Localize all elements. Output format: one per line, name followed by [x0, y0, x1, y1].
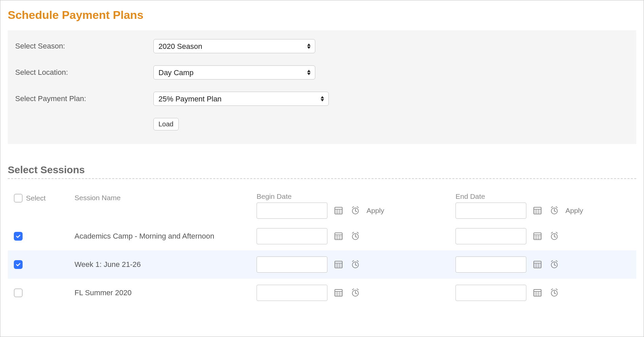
season-select[interactable]: 2020 Season	[153, 39, 315, 53]
clock-icon[interactable]	[350, 259, 361, 270]
row-end-date-controls	[456, 256, 644, 273]
header-end-date-input[interactable]	[456, 203, 526, 219]
calendar-icon[interactable]	[333, 259, 344, 270]
header-begin-date-label: Begin Date	[257, 192, 456, 201]
header-begin-date-input[interactable]	[257, 203, 327, 219]
clock-icon[interactable]	[350, 287, 361, 299]
header-select-label: Select	[26, 194, 46, 202]
svg-line-74	[355, 293, 357, 294]
svg-line-32	[357, 232, 358, 233]
header-end-date-col: End Date Apply	[456, 192, 644, 219]
header-begin-date-col: Begin Date Apply	[257, 192, 456, 219]
calendar-icon[interactable]	[333, 205, 344, 216]
clock-icon[interactable]	[549, 259, 560, 270]
calendar-icon[interactable]	[532, 259, 543, 270]
apply-end-date-link[interactable]: Apply	[565, 207, 583, 215]
calendar-icon[interactable]	[532, 205, 543, 216]
page-title: Schedule Payment Plans	[8, 8, 636, 22]
svg-line-41	[554, 237, 556, 237]
svg-line-87	[556, 289, 557, 290]
sessions-header-row: Select Session Name Begin Date Apply End	[8, 189, 636, 222]
svg-line-9	[352, 207, 354, 208]
svg-line-20	[551, 207, 553, 208]
plan-select-wrap: 25% Payment Plan	[153, 92, 329, 106]
svg-line-75	[352, 289, 354, 290]
svg-line-52	[355, 265, 357, 266]
row-end-date-controls	[456, 228, 644, 244]
svg-line-85	[554, 293, 556, 294]
svg-line-42	[551, 232, 553, 233]
select-sessions-title: Select Sessions	[8, 164, 636, 176]
row-end-date-input[interactable]	[456, 256, 526, 273]
row-begin-date-input[interactable]	[257, 228, 327, 244]
svg-line-86	[551, 289, 553, 290]
clock-icon[interactable]	[549, 205, 560, 216]
row-end-date-input[interactable]	[456, 228, 526, 244]
svg-line-53	[352, 261, 354, 262]
svg-line-31	[352, 232, 354, 233]
row-checkbox[interactable]	[14, 260, 23, 269]
load-button[interactable]: Load	[153, 118, 179, 130]
plan-label: Select Payment Plan:	[15, 94, 153, 103]
location-select[interactable]: Day Camp	[153, 65, 315, 80]
calendar-icon[interactable]	[333, 231, 344, 242]
svg-rect-66	[335, 289, 342, 296]
row-begin-date-controls	[257, 228, 456, 244]
svg-line-19	[554, 211, 556, 212]
apply-begin-date-link[interactable]: Apply	[367, 207, 384, 215]
svg-line-10	[357, 207, 358, 208]
row-session-name: Week 1: June 21-26	[75, 260, 257, 269]
filters-panel: Select Season: 2020 Season Select Locati…	[8, 30, 636, 144]
clock-icon[interactable]	[549, 231, 560, 242]
calendar-icon[interactable]	[532, 231, 543, 242]
row-end-date-controls	[456, 285, 644, 301]
row-checkbox[interactable]	[14, 232, 23, 241]
filter-row-plan: Select Payment Plan: 25% Payment Plan	[15, 92, 629, 106]
calendar-icon[interactable]	[532, 287, 543, 299]
season-select-wrap: 2020 Season	[153, 39, 315, 53]
sessions-table: Select Session Name Begin Date Apply End	[8, 189, 636, 307]
row-begin-date-input[interactable]	[257, 256, 327, 273]
header-end-date-controls: Apply	[456, 203, 644, 219]
season-label: Select Season:	[15, 42, 153, 51]
location-label: Select Location:	[15, 68, 153, 77]
svg-line-43	[556, 232, 557, 233]
row-end-date-input[interactable]	[456, 285, 526, 301]
page-container: Schedule Payment Plans Select Season: 20…	[0, 0, 644, 337]
svg-rect-44	[335, 261, 342, 268]
table-row: Week 1: June 21-26	[8, 250, 636, 279]
svg-rect-11	[534, 207, 541, 214]
svg-line-76	[357, 289, 358, 290]
header-select-col: Select	[14, 192, 75, 203]
row-begin-date-controls	[257, 256, 456, 273]
header-session-name: Session Name	[75, 192, 257, 202]
select-all-checkbox[interactable]	[14, 194, 23, 203]
calendar-icon[interactable]	[333, 287, 344, 299]
svg-line-8	[355, 211, 357, 212]
row-session-name: Academics Camp - Morning and Afternoon	[75, 232, 257, 241]
clock-icon[interactable]	[350, 231, 361, 242]
svg-line-21	[556, 207, 557, 208]
svg-line-63	[554, 265, 556, 266]
row-session-name: FL Summer 2020	[75, 288, 257, 297]
row-begin-date-input[interactable]	[257, 285, 327, 301]
svg-line-30	[355, 237, 357, 237]
clock-icon[interactable]	[350, 205, 361, 216]
row-begin-date-controls	[257, 285, 456, 301]
svg-line-65	[556, 261, 557, 262]
plan-select[interactable]: 25% Payment Plan	[153, 92, 329, 106]
svg-rect-0	[335, 207, 342, 214]
table-row: FL Summer 2020	[8, 279, 636, 307]
filter-row-season: Select Season: 2020 Season	[15, 39, 629, 53]
svg-rect-22	[335, 233, 342, 240]
svg-line-64	[551, 261, 553, 262]
svg-line-54	[357, 261, 358, 262]
table-row: Academics Camp - Morning and Afternoon	[8, 222, 636, 250]
svg-rect-33	[534, 233, 541, 240]
svg-rect-77	[534, 289, 541, 296]
location-select-wrap: Day Camp	[153, 65, 315, 80]
section-divider	[8, 178, 636, 179]
load-row: Load	[153, 118, 629, 130]
row-checkbox[interactable]	[14, 288, 23, 297]
clock-icon[interactable]	[549, 287, 560, 299]
